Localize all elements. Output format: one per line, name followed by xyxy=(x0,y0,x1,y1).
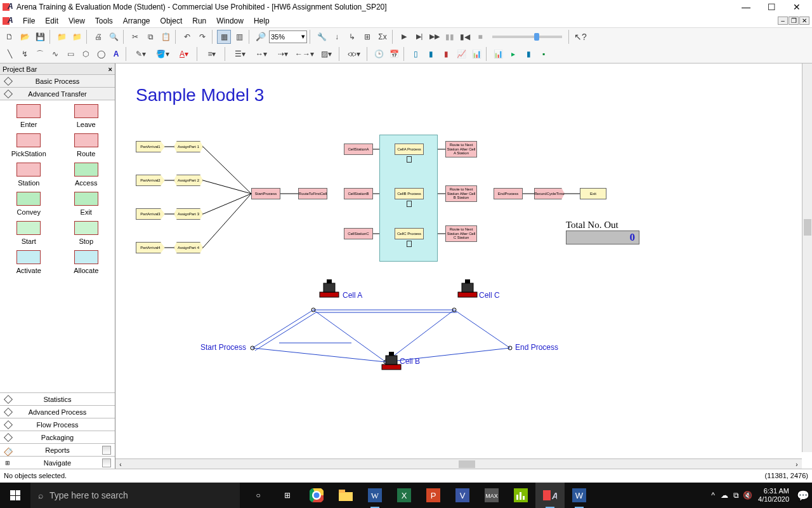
model-canvas[interactable]: Sample Model 3 xyxy=(115,64,802,452)
word2-icon[interactable]: W xyxy=(565,483,594,508)
scroll-left-icon[interactable]: ‹ xyxy=(115,459,126,469)
module-convey[interactable]: Convey xyxy=(16,192,41,216)
polyline-icon[interactable]: ↯ xyxy=(18,47,32,61)
stop-icon[interactable]: ■ xyxy=(473,30,487,44)
task-view-icon[interactable]: ⊞ xyxy=(273,483,302,508)
assign-node-4[interactable]: AssignPart 4 xyxy=(174,242,203,253)
line-width-icon[interactable]: ≡▾ xyxy=(202,47,222,61)
ellipse-icon[interactable]: ◯ xyxy=(94,47,108,61)
mdi-close[interactable]: ✕ xyxy=(799,17,809,25)
menu-run[interactable]: Run xyxy=(187,17,211,25)
arena-taskbar-icon[interactable]: A xyxy=(535,483,565,508)
flip-icon[interactable]: ‹x›▾ xyxy=(344,47,364,61)
text-color-icon[interactable]: A▾ xyxy=(174,47,194,61)
paste-icon[interactable]: 📋 xyxy=(159,30,173,44)
text-icon[interactable]: A xyxy=(109,47,123,61)
panel-flow-process[interactable]: Flow Process xyxy=(0,418,115,431)
polygon-icon[interactable]: ⬡ xyxy=(79,47,93,61)
menu-edit[interactable]: Edit xyxy=(40,17,63,25)
vertical-scrollbar[interactable] xyxy=(802,64,812,452)
assign-node-1[interactable]: AssignPart 1 xyxy=(174,141,203,152)
tray-chevron-icon[interactable]: ^ xyxy=(707,491,719,500)
scroll-right-icon[interactable]: › xyxy=(792,459,802,469)
line-style-icon[interactable]: ☰▾ xyxy=(230,47,250,61)
tray-volume-icon[interactable]: 🔇 xyxy=(742,491,753,500)
arrow-style-icon[interactable]: ↔▾ xyxy=(251,47,272,61)
excel-icon[interactable]: X xyxy=(390,483,419,508)
undo-icon[interactable]: ↶ xyxy=(180,30,194,44)
box-icon[interactable]: ▭ xyxy=(63,47,77,61)
route-first-node[interactable]: RouteToFirstCell xyxy=(298,188,327,199)
menu-window[interactable]: Window xyxy=(211,17,249,25)
panel-advanced-process[interactable]: Advanced Process xyxy=(0,405,115,418)
cell-station-1[interactable]: CellStationA xyxy=(344,144,373,155)
chrome-icon[interactable] xyxy=(302,483,331,508)
queue-icon[interactable]: ▮ xyxy=(439,47,453,61)
project-bar-close-icon[interactable]: × xyxy=(108,65,112,73)
entity-icon[interactable]: ▮ xyxy=(424,47,438,61)
module-icon[interactable]: ⊞ xyxy=(360,30,374,44)
minimize-button[interactable]: — xyxy=(733,0,759,14)
toggle-grid-icon[interactable]: ▦ xyxy=(217,30,231,44)
station-marker-icon[interactable]: ▪ xyxy=(537,47,551,61)
module-leave[interactable]: Leave xyxy=(74,104,98,128)
file-explorer-icon[interactable] xyxy=(331,483,360,508)
panel-packaging[interactable]: Packaging xyxy=(0,431,115,443)
menu-view[interactable]: View xyxy=(63,17,90,25)
menu-help[interactable]: Help xyxy=(249,17,275,25)
save-icon[interactable]: 💾 xyxy=(33,30,47,44)
cell-station-2[interactable]: CellStationB xyxy=(344,188,373,199)
taskbar-search[interactable]: ⌕ Type here to search xyxy=(30,483,240,508)
module-exit[interactable]: Exit xyxy=(74,192,98,216)
module-allocate[interactable]: Allocate xyxy=(74,250,98,274)
tray-clock[interactable]: 6:31 AM 4/10/2020 xyxy=(753,487,794,504)
start-over-icon[interactable]: ▮◀ xyxy=(458,30,472,44)
resource-icon[interactable]: ▸ xyxy=(506,47,520,61)
line-color-icon[interactable]: ✎▾ xyxy=(131,47,151,61)
maximize-button[interactable]: ☐ xyxy=(759,0,784,14)
connect-icon[interactable]: ↳ xyxy=(345,30,359,44)
mdi-minimize[interactable]: – xyxy=(778,17,788,25)
expression-icon[interactable]: Σx xyxy=(376,30,390,44)
cell-route-1[interactable]: Route to Next Station After Cell A Stati… xyxy=(445,141,477,157)
module-station[interactable]: Station xyxy=(16,163,41,187)
global-icon[interactable]: ▮ xyxy=(521,47,535,61)
menu-object[interactable]: Object xyxy=(155,17,188,25)
histogram-icon[interactable]: 📊 xyxy=(469,47,483,61)
panel-advanced-transfer[interactable]: Advanced Transfer xyxy=(0,88,115,100)
start-process-node[interactable]: StartProcess xyxy=(251,188,280,199)
panel-reports[interactable]: 📋Reports xyxy=(0,443,115,456)
create-node-3[interactable]: PartArrival3 xyxy=(136,208,165,220)
cell-process-1[interactable]: CellA Process xyxy=(395,144,424,155)
arc-icon[interactable]: ⌒ xyxy=(33,47,47,61)
cortana-icon[interactable]: ○ xyxy=(244,483,273,508)
layers-icon[interactable]: ▥ xyxy=(232,30,246,44)
cut-icon[interactable]: ✂ xyxy=(128,30,142,44)
template-attach-icon[interactable]: 📁 xyxy=(55,30,69,44)
menu-tools[interactable]: Tools xyxy=(90,17,118,25)
zoom-combo[interactable]: 35%▾ xyxy=(269,30,307,43)
record-cycle-node[interactable]: RecordCycleTime xyxy=(534,188,565,199)
fill-color-icon[interactable]: 🪣▾ xyxy=(152,47,173,61)
fastforward-icon[interactable]: ▶▶ xyxy=(428,30,442,44)
cell-station-3[interactable]: CellStationC xyxy=(344,228,373,239)
create-node-2[interactable]: PartArrival2 xyxy=(136,175,165,186)
pattern-icon[interactable]: ▨▾ xyxy=(316,47,336,61)
cell-route-2[interactable]: Route to Next Station After Cell B Stati… xyxy=(445,185,477,202)
tray-onedrive-icon[interactable]: ☁ xyxy=(719,491,730,500)
date-icon[interactable]: 📅 xyxy=(387,47,401,61)
panel-navigate[interactable]: ⊞Navigate xyxy=(0,456,115,469)
module-stop[interactable]: Stop xyxy=(74,221,98,245)
menu-file[interactable]: File xyxy=(18,17,40,25)
template-detach-icon[interactable]: 📁 xyxy=(70,30,84,44)
speed-slider[interactable] xyxy=(492,36,562,38)
module-pickstation[interactable]: PickStation xyxy=(11,133,46,157)
plot-icon[interactable]: 📈 xyxy=(454,47,468,61)
module-start[interactable]: Start xyxy=(16,221,41,245)
pause-icon[interactable]: ▮▮ xyxy=(443,30,457,44)
word-icon[interactable]: W xyxy=(360,483,390,508)
module-activate[interactable]: Activate xyxy=(16,250,41,274)
tray-notifications-icon[interactable]: 💬 xyxy=(794,490,812,502)
context-help-icon[interactable]: ↖? xyxy=(573,30,587,44)
step-icon[interactable]: ▶| xyxy=(412,30,426,44)
